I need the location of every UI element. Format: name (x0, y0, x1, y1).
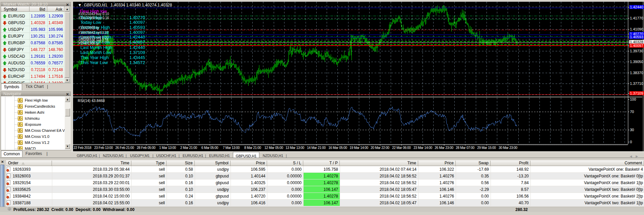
svg-text:1.40097: 1.40097 (630, 44, 643, 48)
svg-text:16 Mar 05:00: 16 Mar 05:00 (328, 146, 347, 150)
svg-text:20 Mar 22:00: 20 Mar 22:00 (371, 146, 389, 150)
svg-text:1.42440: 1.42440 (129, 35, 145, 40)
svg-text:100: 100 (630, 97, 636, 101)
svg-text:#19123343 buy 0.10: #19123343 buy 0.10 (78, 12, 109, 16)
svg-text:1 Mar 13:00: 1 Mar 13:00 (159, 146, 176, 150)
svg-text:70: 70 (630, 110, 634, 114)
svg-text:1.42440: 1.42440 (129, 45, 145, 50)
svg-text:Today Low: Today Low (80, 20, 102, 25)
svg-text:30 Mar 23:00: 30 Mar 23:00 (499, 146, 517, 150)
svg-text:12 Mar 05:00: 12 Mar 05:00 (264, 146, 283, 150)
svg-text:1.41770: 1.41770 (630, 16, 643, 20)
svg-text:1.40097: 1.40097 (129, 20, 145, 25)
svg-text:23 Mar 14:00: 23 Mar 14:00 (413, 146, 432, 150)
svg-text:1.37109: 1.37109 (129, 50, 145, 55)
svg-text:1.41090: 1.41090 (630, 27, 643, 31)
svg-text:1.39050: 1.39050 (630, 60, 643, 64)
svg-text:19 Mar 14:00: 19 Mar 14:00 (349, 146, 368, 150)
svg-text:28 Mar 07:00: 28 Mar 07:00 (456, 146, 474, 150)
svg-text:1.37109: 1.37109 (630, 91, 643, 95)
svg-text:13 Mar 13:00: 13 Mar 13:00 (285, 146, 304, 150)
svg-text:28 Feb 05:00: 28 Feb 05:00 (137, 146, 155, 150)
svg-text:#19323999 tp: #19323999 tp (78, 26, 99, 30)
svg-text:1.40593: 1.40593 (630, 35, 643, 39)
svg-text:#18976642 sell 0.27: #18976642 sell 0.27 (78, 31, 109, 35)
svg-text:1.40770: 1.40770 (129, 15, 145, 20)
svg-text:#19132980 buy 0.16: #19132980 buy 0.16 (78, 16, 109, 20)
svg-text:RSI(14) 43.8468: RSI(14) 43.8468 (78, 99, 105, 103)
svg-text:1.40097: 1.40097 (129, 30, 145, 35)
svg-text:This Year High: This Year High (80, 55, 109, 60)
svg-text:#19401906 tp: #19401906 tp (78, 42, 99, 45)
svg-text:22 Mar 06:00: 22 Mar 06:00 (392, 146, 411, 150)
svg-text:1.43445: 1.43445 (129, 55, 145, 60)
svg-text:22 Feb 2018: 22 Feb 2018 (74, 146, 92, 150)
svg-text:2 Mar 21:00: 2 Mar 21:00 (180, 146, 197, 150)
svg-text:6 Mar 05:00: 6 Mar 05:00 (201, 146, 218, 150)
svg-text:30: 30 (630, 128, 634, 132)
svg-text:26 Mar 23:00: 26 Mar 23:00 (435, 146, 453, 150)
svg-text:1.38370: 1.38370 (630, 71, 643, 75)
svg-text:Last Month High: Last Month High (80, 45, 112, 50)
svg-text:26 Feb 21:00: 26 Feb 21:00 (115, 146, 134, 150)
svg-text:1.40697: 1.40697 (129, 40, 145, 45)
svg-text:▼ GBPUSD,H1 1.40334 1.40340: ▼ GBPUSD,H1 1.40334 1.40340 1.40274 1.40… (78, 3, 172, 7)
svg-text:Last Month Low: Last Month Low (80, 50, 111, 55)
svg-text:This Year Low: This Year Low (80, 60, 108, 65)
svg-text:0: 0 (630, 140, 632, 144)
svg-text:1.39730: 1.39730 (630, 49, 643, 53)
svg-text:1.34572: 1.34572 (129, 60, 145, 65)
svg-text:1.42440: 1.42440 (630, 5, 643, 9)
svg-text:8 Mar 21:00: 8 Mar 21:00 (244, 146, 261, 150)
svg-text:7 Mar 13:00: 7 Mar 13:00 (223, 146, 240, 150)
svg-text:29 Mar 15:00: 29 Mar 15:00 (477, 146, 496, 150)
svg-text:14 Mar 21:00: 14 Mar 21:00 (307, 146, 326, 150)
svg-text:23 Feb 13:00: 23 Feb 13:00 (94, 146, 113, 150)
svg-text:1.40593: 1.40593 (129, 25, 145, 30)
svg-text:1.37710: 1.37710 (630, 82, 643, 86)
